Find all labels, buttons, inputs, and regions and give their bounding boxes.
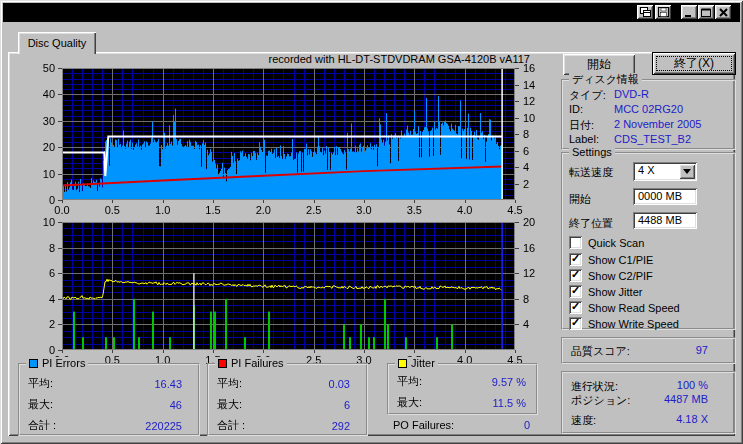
speed-combobox[interactable]: 4 X: [633, 162, 697, 181]
title-bar[interactable]: CD Speed : Disc Quality Test - BENQ DVD …: [3, 3, 740, 22]
end-pos-label: 終了位置: [569, 216, 613, 231]
jitter-legend-swatch: [398, 359, 407, 368]
pi-failures-group: PI Failures 平均:0.03 最大:6 合計 :292: [207, 363, 368, 436]
pi-errors-title: PI Errors: [42, 357, 85, 370]
pi-errors-group: PI Errors 平均:16.43 最大:46 合計 :220225: [18, 363, 200, 436]
focus-rect: [657, 57, 731, 70]
checkbox-box[interactable]: [569, 253, 582, 266]
disc-info-group: ディスク情報 タイプ:DVD-R ID:MCC 02RG20 日付:2 Nove…: [561, 79, 736, 150]
exit-button[interactable]: 終了(X): [652, 52, 736, 75]
minimize-button[interactable]: [681, 5, 697, 19]
disc-info-title: ディスク情報: [569, 73, 642, 86]
end-pos-input[interactable]: 4488 MB: [633, 212, 697, 229]
copy-button[interactable]: [637, 5, 653, 19]
checkbox-show-jitter[interactable]: Show Jitter: [569, 285, 642, 298]
settings-title: Settings: [569, 146, 615, 159]
speed-readout-value: 4.18 X: [676, 413, 708, 433]
progress-value: 100 %: [677, 379, 708, 393]
start-button[interactable]: 開始: [563, 54, 635, 75]
checkbox-box[interactable]: [569, 285, 582, 298]
checkbox-show-write-speed[interactable]: Show Write Speed: [569, 317, 679, 330]
position-value: 4487 MB: [664, 393, 708, 413]
combo-dropdown-button[interactable]: [679, 164, 695, 179]
pi-errors-legend-swatch: [29, 359, 38, 368]
app-window: CD Speed : Disc Quality Test - BENQ DVD …: [0, 0, 743, 444]
checkbox-quick-scan[interactable]: Quick Scan: [569, 236, 644, 249]
checkbox-show-read-speed[interactable]: Show Read Speed: [569, 301, 680, 314]
save-button[interactable]: [655, 5, 671, 19]
minimize-icon: [684, 8, 694, 17]
checkbox-box[interactable]: [569, 301, 582, 314]
jitter-title: Jitter: [411, 357, 435, 370]
po-failures-row: PO Failures: 0: [393, 419, 530, 431]
jitter-group: Jitter 平均:9.57 % 最大:11.5 %: [387, 363, 538, 415]
maximize-button[interactable]: [698, 5, 714, 19]
position-label: ポジション:: [571, 393, 630, 413]
checkbox-show-c2-pif[interactable]: Show C2/PIF: [569, 269, 653, 282]
pi-failures-title: PI Failures: [231, 357, 284, 370]
progress-box: 進行状況: 100 % ポジション: 4487 MB 速度: 4.18 X: [561, 371, 736, 434]
quality-chart: [28, 60, 556, 214]
pi-failures-legend-swatch: [218, 359, 227, 368]
checkbox-box[interactable]: [569, 317, 582, 330]
start-pos-label: 開始: [569, 192, 591, 207]
checkbox-box[interactable]: [569, 269, 582, 282]
checkbox-box[interactable]: [569, 236, 582, 249]
po-failures-label: PO Failures:: [393, 419, 454, 431]
progress-label: 進行状況:: [571, 379, 618, 393]
checkbox-show-c1-pie[interactable]: Show C1/PIE: [569, 253, 653, 266]
start-pos-input[interactable]: 0000 MB: [633, 188, 697, 205]
tab-label: Disc Quality: [28, 37, 87, 49]
tab-disc-quality[interactable]: Disc Quality: [18, 32, 96, 54]
disc-date-row: 日付:2 November 2005: [569, 118, 726, 133]
disc-type-row: タイプ:DVD-R: [569, 88, 726, 103]
speed-label: 転送速度: [569, 165, 613, 180]
po-failures-value: 0: [524, 419, 530, 431]
chevron-down-icon: [683, 169, 691, 174]
quality-score-box: 品質スコア: 97: [561, 337, 736, 364]
maximize-icon: [701, 8, 711, 17]
close-button[interactable]: [715, 5, 731, 19]
quality-score-label: 品質スコア:: [571, 344, 630, 359]
quality-score-value: 97: [696, 344, 708, 359]
jitter-pif-chart: [28, 214, 556, 364]
speed-readout-label: 速度:: [571, 413, 596, 433]
save-icon: [658, 7, 669, 17]
settings-group: Settings 転送速度 4 X 開始 0000 MB 終了位置 4488 M…: [561, 152, 736, 330]
copy-icon: [640, 7, 651, 17]
disc-id-row: ID:MCC 02RG20: [569, 103, 726, 118]
close-icon: [719, 8, 728, 17]
